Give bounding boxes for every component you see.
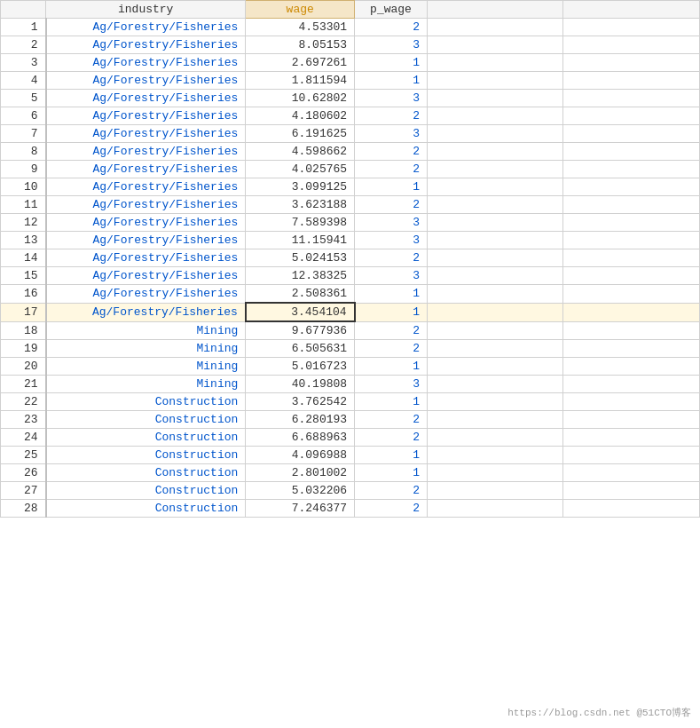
wage-cell[interactable]: 3.099125 — [246, 178, 355, 196]
row-number: 16 — [1, 285, 46, 304]
pwage-cell: 1 — [355, 178, 428, 196]
extra-cell-2 — [563, 161, 700, 178]
industry-cell: Ag/Forestry/Fisheries — [46, 232, 246, 249]
table-row: 8Ag/Forestry/Fisheries4.5986622 — [1, 143, 700, 161]
table-row: 12Ag/Forestry/Fisheries7.5893983 — [1, 214, 700, 232]
pwage-cell: 1 — [355, 358, 428, 376]
pwage-cell: 2 — [355, 196, 428, 214]
wage-cell[interactable]: 1.811594 — [246, 72, 355, 90]
extra-cell-1 — [427, 161, 563, 178]
wage-cell[interactable]: 10.62802 — [246, 90, 355, 107]
extra-cell-1 — [427, 232, 563, 249]
extra-cell-1 — [427, 125, 563, 143]
extra-cell-2 — [563, 285, 700, 304]
wage-cell[interactable]: 6.688963 — [246, 429, 355, 447]
row-number: 12 — [1, 214, 46, 232]
pwage-cell: 1 — [355, 393, 428, 411]
extra-cell-1 — [427, 285, 563, 304]
extra-header-1 — [427, 1, 563, 19]
table-row: 15Ag/Forestry/Fisheries12.383253 — [1, 267, 700, 285]
industry-cell: Construction — [46, 429, 246, 447]
wage-cell[interactable]: 4.025765 — [246, 161, 355, 178]
row-number: 25 — [1, 447, 46, 464]
wage-cell[interactable]: 3.762542 — [246, 393, 355, 411]
wage-cell[interactable]: 3.623188 — [246, 196, 355, 214]
extra-cell-2 — [563, 267, 700, 285]
extra-cell-2 — [563, 36, 700, 54]
wage-cell[interactable]: 5.016723 — [246, 358, 355, 376]
row-number: 11 — [1, 196, 46, 214]
row-number: 14 — [1, 249, 46, 267]
extra-cell-2 — [563, 500, 700, 518]
wage-cell[interactable]: 6.191625 — [246, 125, 355, 143]
row-number: 6 — [1, 107, 46, 125]
extra-cell-1 — [427, 54, 563, 72]
pwage-cell: 3 — [355, 36, 428, 54]
table-row: 22Construction3.7625421 — [1, 393, 700, 411]
extra-cell-2 — [563, 464, 700, 482]
table-row: 1Ag/Forestry/Fisheries4.533012 — [1, 19, 700, 36]
wage-cell[interactable]: 12.38325 — [246, 267, 355, 285]
industry-cell: Mining — [46, 358, 246, 376]
extra-cell-2 — [563, 358, 700, 376]
row-number: 26 — [1, 464, 46, 482]
extra-cell-2 — [563, 340, 700, 358]
extra-cell-1 — [427, 500, 563, 518]
industry-cell: Ag/Forestry/Fisheries — [46, 143, 246, 161]
pwage-cell: 2 — [355, 19, 428, 36]
extra-header-2 — [563, 1, 700, 19]
industry-cell: Construction — [46, 482, 246, 500]
industry-cell: Ag/Forestry/Fisheries — [46, 72, 246, 90]
table-row: 23Construction6.2801932 — [1, 411, 700, 429]
extra-cell-1 — [427, 393, 563, 411]
header-row: industry wage p_wage — [1, 1, 700, 19]
wage-cell[interactable]: 2.697261 — [246, 54, 355, 72]
pwage-cell: 2 — [355, 321, 428, 340]
wage-cell[interactable]: 4.096988 — [246, 447, 355, 464]
extra-cell-2 — [563, 72, 700, 90]
pwage-cell: 2 — [355, 161, 428, 178]
extra-cell-1 — [427, 267, 563, 285]
wage-cell[interactable]: 7.246377 — [246, 500, 355, 518]
wage-cell[interactable]: 9.677936 — [246, 321, 355, 340]
row-number: 17 — [1, 303, 46, 321]
pwage-cell: 2 — [355, 249, 428, 267]
industry-cell: Ag/Forestry/Fisheries — [46, 267, 246, 285]
table-row: 26Construction2.8010021 — [1, 464, 700, 482]
extra-cell-2 — [563, 90, 700, 107]
wage-cell[interactable]: 6.280193 — [246, 411, 355, 429]
pwage-cell: 1 — [355, 447, 428, 464]
wage-cell[interactable]: 5.032206 — [246, 482, 355, 500]
wage-cell[interactable]: 4.180602 — [246, 107, 355, 125]
row-number: 24 — [1, 429, 46, 447]
table-row: 28Construction7.2463772 — [1, 500, 700, 518]
wage-cell[interactable]: 7.589398 — [246, 214, 355, 232]
wage-cell[interactable]: 6.505631 — [246, 340, 355, 358]
wage-cell[interactable]: 11.15941 — [246, 232, 355, 249]
pwage-cell: 2 — [355, 411, 428, 429]
wage-cell[interactable]: 2.508361 — [246, 285, 355, 304]
wage-cell[interactable]: 3.454104 — [246, 303, 355, 321]
row-number: 8 — [1, 143, 46, 161]
wage-cell[interactable]: 4.598662 — [246, 143, 355, 161]
table-row: 4Ag/Forestry/Fisheries1.8115941 — [1, 72, 700, 90]
wage-cell[interactable]: 2.801002 — [246, 464, 355, 482]
industry-cell: Mining — [46, 340, 246, 358]
pwage-cell: 1 — [355, 303, 428, 321]
pwage-cell: 1 — [355, 54, 428, 72]
pwage-header: p_wage — [355, 1, 428, 19]
row-number: 3 — [1, 54, 46, 72]
row-number: 22 — [1, 393, 46, 411]
industry-cell: Ag/Forestry/Fisheries — [46, 107, 246, 125]
extra-cell-2 — [563, 196, 700, 214]
industry-cell: Construction — [46, 411, 246, 429]
row-number: 19 — [1, 340, 46, 358]
extra-cell-2 — [563, 143, 700, 161]
pwage-cell: 1 — [355, 464, 428, 482]
wage-cell[interactable]: 5.024153 — [246, 249, 355, 267]
wage-cell[interactable]: 8.05153 — [246, 36, 355, 54]
wage-cell[interactable]: 4.53301 — [246, 19, 355, 36]
extra-cell-2 — [563, 447, 700, 464]
wage-cell[interactable]: 40.19808 — [246, 376, 355, 393]
table-row: 20Mining5.0167231 — [1, 358, 700, 376]
